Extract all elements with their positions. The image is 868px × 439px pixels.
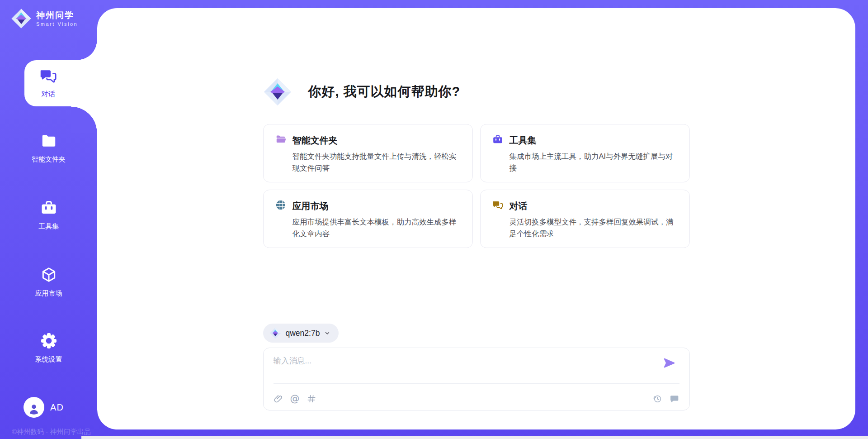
cube-icon: [40, 266, 57, 285]
card-title: 工具集: [509, 134, 537, 147]
card-smart-folder[interactable]: 智能文件夹 智能文件夹功能支持批量文件上传与清洗，轻松实现文件问答: [263, 124, 473, 182]
sidebar-item-label: 对话: [42, 90, 56, 99]
composer: @: [263, 348, 690, 410]
copyright-footer: ©神州数码 · 神州问学出品: [12, 428, 90, 436]
toolbox-icon: [40, 199, 57, 218]
card-title: 应用市场: [292, 200, 329, 212]
brand-name: 神州问学: [36, 10, 78, 20]
attach-button[interactable]: [274, 394, 283, 404]
greeting: 你好, 我可以如何帮助你?: [263, 8, 690, 106]
folder-icon: [275, 134, 286, 147]
card-header: 应用市场: [275, 200, 461, 212]
card-description: 集成市场上主流工具，助力AI与外界无缝扩展与对接: [509, 151, 678, 174]
sidebar-item-label: 系统设置: [35, 355, 62, 364]
feature-cards: 智能文件夹 智能文件夹功能支持批量文件上传与清洗，轻松实现文件问答 工具集: [263, 124, 690, 248]
quick-reply-button[interactable]: [669, 394, 679, 404]
message-input[interactable]: [274, 355, 644, 379]
sidebar-item-label: 应用市场: [35, 289, 62, 298]
person-icon: [27, 402, 41, 415]
card-header: 对话: [492, 200, 678, 212]
toolbox-icon: [492, 134, 503, 147]
sidebar-item-settings[interactable]: 系统设置: [0, 332, 97, 364]
model-logo-icon: [269, 327, 281, 339]
avatar: [24, 397, 44, 418]
sidebar-item-label: 工具集: [38, 222, 59, 231]
sidebar-item-app-market[interactable]: 应用市场: [0, 266, 97, 298]
model-name: qwen2:7b: [286, 329, 320, 338]
hash-icon: [307, 394, 316, 404]
horizontal-scrollbar[interactable]: [81, 436, 868, 439]
card-chat[interactable]: 对话 灵活切换多模型文件，支持多样回复效果调试，满足个性化需求: [480, 190, 690, 248]
greeting-title: 你好, 我可以如何帮助你?: [308, 83, 461, 101]
card-title: 智能文件夹: [292, 134, 338, 147]
message-bubble-icon: [669, 394, 679, 404]
brand-logo-icon: [11, 8, 32, 29]
sidebar-item-smart-folders[interactable]: 智能文件夹: [0, 132, 97, 164]
sidebar-item-chat[interactable]: 对话: [24, 60, 97, 106]
card-description: 智能文件夹功能支持批量文件上传与清洗，轻松实现文件问答: [292, 151, 461, 174]
user-profile[interactable]: AD: [0, 397, 97, 418]
sidebar-item-label: 智能文件夹: [32, 155, 66, 164]
card-description: 应用市场提供丰富长文本模板，助力高效生成多样化文章内容: [292, 216, 461, 239]
gear-icon: [40, 332, 57, 351]
card-app-market[interactable]: 应用市场 应用市场提供丰富长文本模板，助力高效生成多样化文章内容: [263, 190, 473, 248]
brand-subtitle: Smart Vision: [36, 21, 78, 27]
brand: 神州问学 Smart Vision: [11, 8, 78, 29]
model-selector[interactable]: qwen2:7b: [263, 324, 339, 343]
composer-toolbar: @: [274, 394, 679, 404]
send-icon: [663, 356, 676, 370]
at-icon: @: [290, 394, 300, 404]
mention-button[interactable]: @: [290, 394, 300, 404]
chat-icon: [40, 68, 57, 86]
sidebar: 神州问学 Smart Vision 对话 智能文件夹: [0, 0, 97, 439]
market-grid-icon: [275, 200, 286, 212]
paperclip-icon: [274, 394, 283, 404]
card-title: 对话: [509, 200, 528, 212]
history-button[interactable]: [652, 394, 662, 404]
folder-icon: [40, 132, 57, 151]
topic-button[interactable]: [307, 394, 316, 404]
center-column: 你好, 我可以如何帮助你? 智能文件夹 智能文件夹功能支持批量文件上传与清洗，轻…: [263, 8, 690, 410]
user-initials: AD: [50, 402, 64, 413]
card-header: 智能文件夹: [275, 134, 461, 147]
card-header: 工具集: [492, 134, 678, 147]
history-icon: [652, 394, 662, 404]
brand-text: 神州问学 Smart Vision: [36, 10, 78, 27]
chevron-down-icon: [324, 330, 330, 336]
main-content: 你好, 我可以如何帮助你? 智能文件夹 智能文件夹功能支持批量文件上传与清洗，轻…: [97, 8, 855, 429]
card-description: 灵活切换多模型文件，支持多样回复效果调试，满足个性化需求: [509, 216, 678, 239]
send-button[interactable]: [662, 356, 677, 371]
sidebar-item-toolset[interactable]: 工具集: [0, 199, 97, 231]
chat-icon: [492, 200, 503, 212]
assistant-logo-icon: [263, 77, 292, 106]
composer-divider: [274, 383, 679, 384]
card-toolset[interactable]: 工具集 集成市场上主流工具，助力AI与外界无缝扩展与对接: [480, 124, 690, 182]
